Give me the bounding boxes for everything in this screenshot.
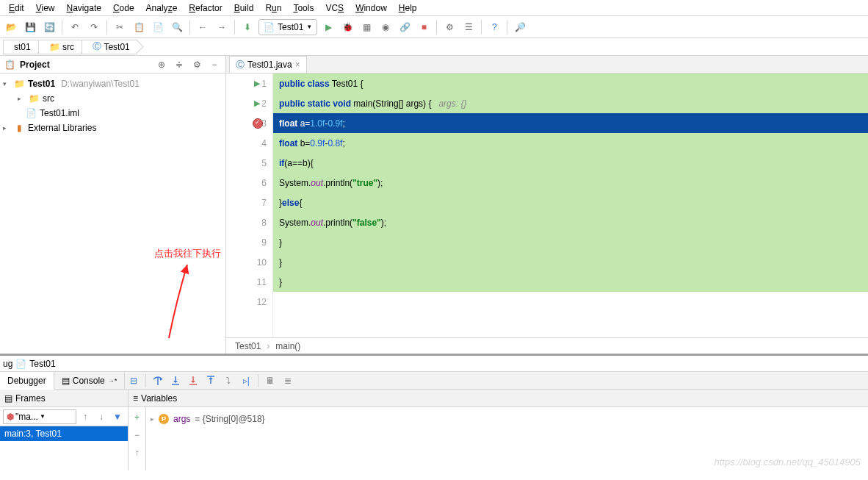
tree-src[interactable]: ▸ 📁 src (0, 91, 225, 106)
debug-body: ▤ Frames ⬢ "ma... ▼ ↑ ↓ ▼ main:3, Test01… (0, 390, 868, 470)
code-lines[interactable]: public class Test01 { public static void… (273, 74, 868, 337)
variable-row[interactable]: ▸ P args = {String[0]@518} (151, 412, 864, 426)
vars-icon: ≡ (133, 393, 138, 404)
editor-tab-test01[interactable]: Ⓒ Test01.java × (229, 56, 307, 73)
filter-icon[interactable]: ▼ (110, 409, 125, 424)
profile-icon[interactable]: ◉ (377, 19, 394, 35)
stop-icon[interactable]: ■ (416, 19, 432, 35)
expand-icon[interactable]: ▾ (3, 80, 10, 87)
menu-window[interactable]: Window (350, 1, 393, 15)
menu-edit[interactable]: Edit (3, 1, 30, 15)
editor-breadcrumb: Test01 › main() (226, 337, 868, 354)
var-name: args (173, 414, 190, 424)
stack-frame[interactable]: main:3, Test01 (0, 426, 128, 441)
next-frame-icon[interactable]: ↓ (94, 409, 109, 424)
prev-frame-icon[interactable]: ↑ (78, 409, 93, 424)
project-sidebar: 📋 Project ⊕ ≑ ⚙ − ▾ 📁 Test01 D:\wanyiwan… (0, 56, 226, 354)
debug-panel: ug 📄 Test01 Debugger ▤Console→* ⊟ ⤵ ▹| 🖩… (0, 354, 868, 470)
debug-icon[interactable]: 🐞 (339, 19, 355, 35)
variables-header: ≡ Variables (129, 390, 868, 407)
step-out-icon[interactable] (202, 372, 220, 390)
force-step-into-icon[interactable] (184, 372, 202, 390)
config-icon: 📄 (15, 359, 26, 369)
crumb-project[interactable]: st01 (3, 40, 38, 54)
thread-selector[interactable]: ⬢ "ma... ▼ (3, 409, 76, 424)
gear-icon[interactable]: ⚙ (190, 58, 203, 71)
tree-root[interactable]: ▾ 📁 Test01 D:\wanyiwan\Test01 (0, 76, 225, 91)
search-everywhere-icon[interactable]: 🔎 (512, 19, 528, 35)
console-icon: ▤ (62, 376, 70, 386)
sync-icon[interactable]: 🔄 (41, 19, 57, 35)
help-icon[interactable]: ? (486, 19, 502, 35)
tab-label: Test01.java (247, 60, 292, 70)
structure-icon[interactable]: ☰ (460, 19, 477, 35)
run-config-selector[interactable]: 📄 Test01 ▼ (258, 19, 317, 35)
tab-debugger[interactable]: Debugger (0, 372, 54, 390)
redo-icon[interactable]: ↷ (86, 19, 102, 35)
up-icon[interactable]: ↑ (130, 445, 145, 460)
menu-navigate[interactable]: Navigate (61, 1, 107, 15)
hide-icon[interactable]: − (208, 58, 221, 71)
menu-vcs[interactable]: VCS (319, 1, 350, 15)
variables-list: ▸ P args = {String[0]@518} https://blog.… (146, 407, 868, 470)
tab-console[interactable]: ▤Console→* (54, 372, 126, 390)
forward-icon[interactable]: → (214, 19, 230, 35)
menu-tools[interactable]: Tools (287, 1, 319, 15)
menu-refactor[interactable]: Refactor (183, 1, 228, 15)
collapse-icon[interactable]: ≑ (173, 58, 186, 71)
remove-watch-icon[interactable]: − (130, 428, 145, 443)
threads-icon[interactable]: ⊟ (125, 372, 142, 390)
project-header: 📋 Project ⊕ ≑ ⚙ − (0, 56, 225, 74)
menu-analyze[interactable]: Analyze (140, 1, 184, 15)
step-into-icon[interactable] (167, 372, 184, 390)
debug-tabs: Debugger ▤Console→* ⊟ ⤵ ▹| 🖩 ≣ (0, 372, 868, 390)
attach-icon[interactable]: 🔗 (397, 19, 413, 35)
crumb-class[interactable]: Test01 (235, 341, 261, 351)
code-editor[interactable]: 1▶ 2▶ 3 4 5 6 7 8 9 10 11 12 public clas… (226, 74, 868, 337)
menu-code[interactable]: Code (107, 1, 140, 15)
save-icon[interactable]: 💾 (22, 19, 38, 35)
nav-breadcrumb: st01 📁 src Ⓒ Test01 (0, 38, 868, 56)
target-icon[interactable]: ⊕ (155, 58, 168, 71)
expand-icon[interactable]: ▸ (3, 124, 10, 132)
open-icon[interactable]: 📂 (3, 19, 19, 35)
drop-frame-icon[interactable]: ⤵ (220, 372, 237, 390)
menu-build[interactable]: Build (228, 1, 260, 15)
build-icon[interactable]: ⬇ (239, 19, 256, 35)
menu-help[interactable]: Help (393, 1, 423, 15)
config-icon: 📄 (264, 22, 275, 32)
copy-icon[interactable]: 📋 (131, 19, 147, 35)
run-icon[interactable]: ▶ (320, 19, 336, 35)
gutter: 1▶ 2▶ 3 4 5 6 7 8 9 10 11 12 (226, 74, 273, 337)
project-title: Project (20, 60, 151, 70)
tree-external-libs[interactable]: ▸ ▮ External Libraries (0, 121, 225, 135)
add-watch-icon[interactable]: + (130, 410, 145, 425)
menu-run[interactable]: Run (259, 1, 287, 15)
settings-icon[interactable]: ⚙ (441, 19, 457, 35)
frames-header: ▤ Frames (0, 390, 128, 407)
watermark: https://blog.csdn.net/qq_45014905 (715, 456, 861, 468)
frame-controls: ⬢ "ma... ▼ ↑ ↓ ▼ (0, 407, 128, 426)
tree-iml[interactable]: 📄 Test01.iml (0, 106, 225, 121)
crumb-method[interactable]: main() (275, 341, 300, 351)
coverage-icon[interactable]: ▦ (358, 19, 375, 35)
trace-icon[interactable]: ≣ (279, 372, 297, 390)
thread-icon: ⬢ (7, 412, 14, 422)
run-gutter-icon[interactable]: ▶ (254, 79, 260, 88)
menu-view[interactable]: View (30, 1, 61, 15)
close-icon[interactable]: × (295, 60, 300, 70)
run-to-cursor-icon[interactable]: ▹| (237, 372, 255, 390)
project-icon: 📋 (4, 60, 15, 70)
run-gutter-icon[interactable]: ▶ (254, 98, 260, 108)
find-icon[interactable]: 🔍 (169, 19, 185, 35)
back-icon[interactable]: ← (195, 19, 211, 35)
evaluate-icon[interactable]: 🖩 (261, 372, 279, 390)
paste-icon[interactable]: 📄 (150, 19, 166, 35)
undo-icon[interactable]: ↶ (67, 19, 83, 35)
breakpoint-icon[interactable] (253, 118, 263, 129)
expand-icon[interactable]: ▸ (18, 95, 25, 102)
step-over-icon[interactable] (149, 372, 167, 390)
crumb-class[interactable]: Ⓒ Test01 (82, 40, 137, 54)
crumb-src[interactable]: 📁 src (38, 40, 82, 54)
cut-icon[interactable]: ✂ (112, 19, 128, 35)
